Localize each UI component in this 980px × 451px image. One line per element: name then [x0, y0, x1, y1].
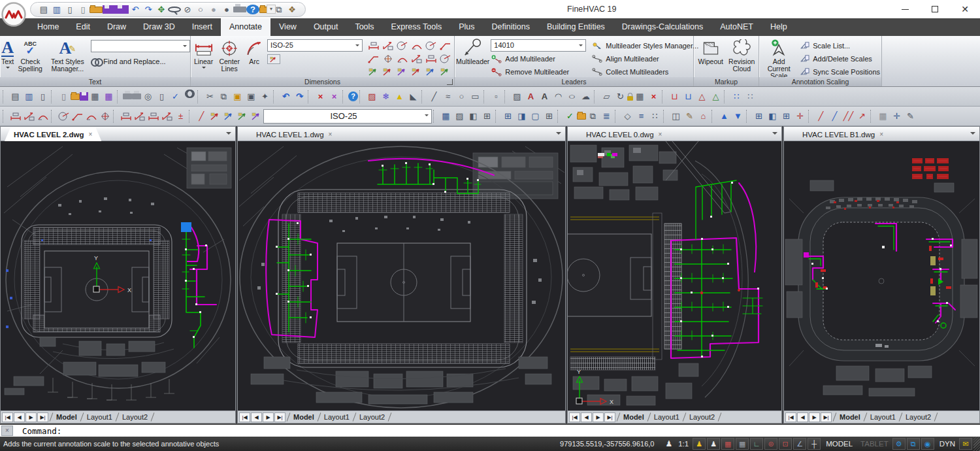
annot-auto-icon[interactable]: ♟	[707, 438, 720, 450]
box-icon[interactable]: ◫	[669, 109, 683, 124]
window-3-tab[interactable]: HVAC LEVEL 0.dwg×	[577, 127, 671, 141]
multileader-styles-manager-button[interactable]: Multileader Styles Manager...	[591, 41, 698, 52]
menu-tab-insert[interactable]: Insert	[184, 18, 221, 36]
palette-icon[interactable]: ▨	[365, 90, 379, 104]
open-icon[interactable]	[90, 7, 103, 13]
wall-icon[interactable]: ▦	[439, 109, 453, 124]
sphere-dark-icon[interactable]: ●	[220, 5, 233, 14]
matchprop-icon[interactable]: ✦	[258, 90, 272, 104]
mirror2-icon[interactable]: △	[709, 90, 723, 104]
menu-tab-draw[interactable]: Draw	[99, 18, 135, 36]
window-4-tab[interactable]: HVAC LEVEL B1.dwg×	[793, 127, 892, 141]
new-icon[interactable]: ▯	[76, 5, 90, 14]
snap-icon[interactable]: ▦	[721, 438, 734, 450]
snowflake-icon[interactable]: ❄	[379, 90, 393, 104]
dim-angle-icon[interactable]	[84, 109, 98, 124]
dim-base-icon[interactable]	[133, 109, 146, 124]
window-1-canvas[interactable]: Y X	[1, 141, 235, 410]
spell-icon[interactable]: ✓	[169, 90, 182, 104]
remove-multileader-button[interactable]: Remove Multileader	[491, 67, 586, 78]
icon-icon[interactable]	[395, 39, 409, 53]
icon-icon[interactable]	[410, 39, 423, 53]
rcis1-icon[interactable]: ▦	[88, 90, 102, 104]
paste-icon[interactable]: ▣	[231, 90, 244, 104]
lines-red-icon[interactable]: ╱╱	[841, 109, 855, 124]
door-icon[interactable]: ◧	[466, 109, 480, 124]
dim-oblique-icon[interactable]: ╱	[195, 109, 208, 124]
dim-break-icon[interactable]	[119, 109, 133, 124]
dimstyle-combo-icon[interactable]: ISO-25	[263, 109, 432, 124]
pan-icon[interactable]: ✥	[155, 5, 168, 14]
icon-icon[interactable]	[381, 39, 395, 53]
text-icon[interactable]: A	[538, 90, 551, 104]
mesh-icon[interactable]: ▦	[876, 109, 890, 124]
up-icon[interactable]: ▲	[717, 109, 731, 124]
grid-display-icon[interactable]: ▦	[736, 438, 749, 450]
stack-icon[interactable]: ≣	[600, 109, 613, 124]
line-blue-icon[interactable]: ╱	[828, 109, 841, 124]
circle-icon[interactable]: ○	[455, 90, 468, 104]
save-icon[interactable]	[80, 92, 88, 101]
close-button[interactable]: ✕	[950, 0, 980, 18]
save-as-icon[interactable]	[116, 5, 129, 14]
layout2-tab[interactable]: Layout2	[118, 413, 152, 421]
text-button[interactable]: A Text	[1, 37, 14, 77]
wmove-icon[interactable]: ✛	[793, 109, 807, 124]
add-current-scale-button[interactable]: Add Current Scale	[760, 37, 797, 77]
menu-tab-definitions[interactable]: Definitions	[483, 18, 538, 36]
dim-update-button[interactable]	[267, 54, 280, 64]
wwin-icon[interactable]: ⊞	[779, 109, 793, 124]
pen2-icon[interactable]: ✎	[904, 109, 917, 124]
tablet-toggle[interactable]: TABLET	[857, 440, 892, 448]
select2-icon[interactable]: ∷	[743, 90, 757, 104]
linear-dim-button[interactable]: Linear	[192, 37, 215, 77]
polyline-icon[interactable]: ≈	[441, 90, 455, 104]
ucs1-icon[interactable]: ⊔	[668, 90, 681, 104]
window-2-menu-icon[interactable]	[556, 132, 561, 137]
menu-tab-annotate[interactable]: Annotate	[221, 18, 270, 36]
dimstyle-combo-ribbon[interactable]: ISO-25	[267, 39, 363, 52]
grid-icon[interactable]: ⊞	[501, 109, 515, 124]
export-icon[interactable]: ▯	[155, 90, 169, 104]
point-icon[interactable]: ▫	[489, 90, 503, 104]
copy-style-icon[interactable]: ⧉	[586, 109, 600, 124]
print1-icon[interactable]	[123, 93, 132, 99]
plot-off-icon[interactable]: ⊘	[181, 5, 194, 14]
layout2-tab[interactable]: Layout2	[685, 413, 719, 421]
scale-label[interactable]: 1:1	[674, 440, 693, 448]
dim-dialog-launcher[interactable]	[447, 79, 453, 85]
delete-icon[interactable]: ×	[647, 90, 661, 104]
layers-icon[interactable]: ⧉	[907, 438, 920, 450]
render-icon[interactable]: ❖	[286, 5, 299, 14]
tray-mail-icon[interactable]: ✉	[959, 438, 972, 450]
door2-icon[interactable]: ◨	[515, 109, 529, 124]
window-4-close-icon[interactable]: ×	[879, 131, 883, 138]
annotation-icon[interactable]: ◉	[921, 438, 934, 450]
sphere-light-icon[interactable]: ●	[207, 5, 220, 14]
icon-icon[interactable]	[367, 52, 380, 66]
cut-icon[interactable]: ✂	[203, 90, 217, 104]
save-icon[interactable]	[103, 5, 116, 14]
resize-grip[interactable]	[973, 437, 980, 451]
house-icon[interactable]: ⌂	[696, 109, 710, 124]
iso-icon[interactable]: ◇	[621, 109, 634, 124]
move-icon[interactable]: ▱	[600, 90, 613, 104]
window-4-canvas[interactable]	[784, 141, 979, 410]
check-pipe-icon[interactable]: ✓	[563, 109, 577, 124]
line-red-icon[interactable]: ╱	[814, 109, 828, 124]
open-icon[interactable]	[71, 93, 80, 100]
undo-icon[interactable]: ↶	[129, 5, 142, 14]
zoom-icon[interactable]	[168, 7, 181, 12]
dim-radius-icon[interactable]	[57, 109, 71, 124]
dim-update-icon[interactable]	[236, 109, 250, 124]
rcis2-icon[interactable]: ▦	[102, 90, 116, 104]
wedit-icon[interactable]: ⊞	[542, 109, 556, 124]
check-spelling-button[interactable]: ABC ✓ Check Spelling	[14, 37, 46, 77]
dim-center-icon[interactable]	[98, 109, 112, 124]
paste-special-icon[interactable]: ▣	[244, 90, 258, 104]
layout1-tab[interactable]: Layout1	[866, 413, 900, 421]
sync-scale-positions-button[interactable]: Sync Scale Positions	[798, 67, 880, 77]
collect-multileaders-button[interactable]: Collect Multileaders	[591, 66, 698, 77]
window-1-menu-icon[interactable]	[226, 132, 231, 137]
folder-icon[interactable]	[577, 113, 586, 120]
